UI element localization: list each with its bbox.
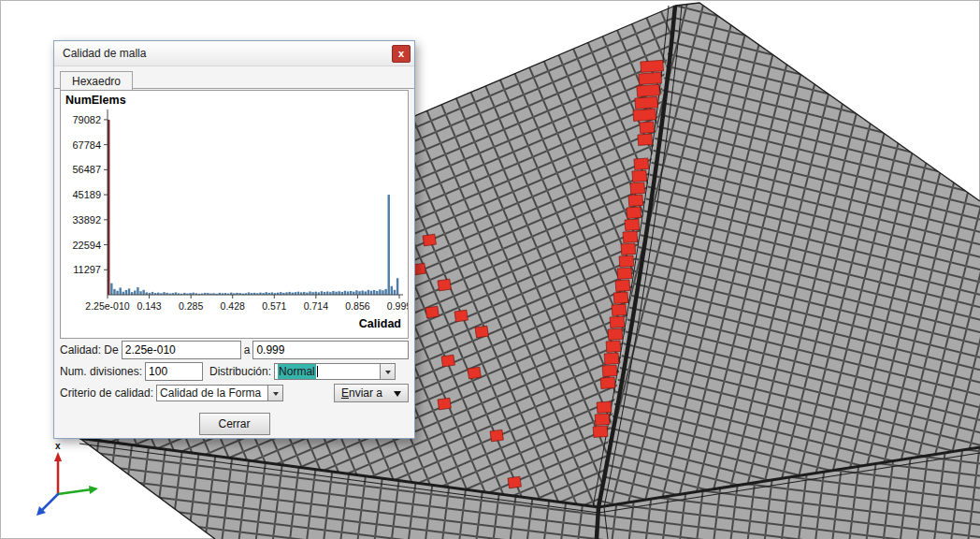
divisions-label: Num. divisiones: — [60, 365, 142, 378]
quality-histogram: NumElems 7908267784564874518933892225941… — [61, 91, 408, 336]
svg-text:0.714: 0.714 — [304, 300, 328, 312]
axis-x-label: x — [55, 441, 61, 451]
quality-from-input[interactable] — [122, 341, 241, 359]
criterion-combobox[interactable]: Calidad de la Forma — [156, 385, 283, 401]
divisions-row: Num. divisiones: Distribución: Normal — [60, 362, 409, 381]
send-to-menu-arrow-icon — [394, 391, 401, 401]
send-to-label: Enviar a — [341, 386, 382, 400]
close-dialog-button[interactable]: Cerrar — [199, 413, 270, 435]
axes-triad: x — [36, 441, 98, 516]
distribution-combobox[interactable]: Normal — [274, 363, 396, 380]
quality-histogram-panel: NumElems 7908267784564874518933892225941… — [60, 90, 409, 339]
dialog-title: Calidad de malla — [63, 47, 146, 60]
criterion-row: Criterio de calidad: Calidad de la Forma… — [60, 384, 409, 402]
svg-text:45189: 45189 — [72, 189, 101, 200]
svg-text:11297: 11297 — [73, 264, 101, 275]
svg-text:79082: 79082 — [72, 114, 101, 125]
dialog-titlebar[interactable]: Calidad de malla x — [54, 41, 414, 66]
svg-text:0.571: 0.571 — [262, 300, 286, 312]
svg-text:0.428: 0.428 — [221, 300, 245, 312]
divisions-input[interactable] — [145, 362, 203, 381]
criterion-dropdown-arrow-icon[interactable] — [268, 385, 283, 401]
app-window: x Calidad de malla x Hexaedro NumElems 7… — [0, 0, 980, 539]
svg-text:33892: 33892 — [72, 214, 101, 226]
quality-from-label: Calidad: De — [60, 343, 119, 357]
svg-text:0.999: 0.999 — [387, 300, 408, 312]
quality-to-input[interactable] — [252, 341, 409, 359]
distribution-value[interactable]: Normal — [278, 364, 316, 379]
svg-text:22594: 22594 — [72, 240, 101, 251]
tab-hexaedro[interactable]: Hexaedro — [60, 71, 133, 91]
distribution-dropdown-arrow-icon[interactable] — [381, 363, 396, 380]
y-axis-title: NumElems — [65, 94, 126, 107]
svg-text:56487: 56487 — [72, 164, 101, 175]
distribution-label: Distribución: — [209, 365, 271, 378]
svg-text:0.285: 0.285 — [179, 300, 203, 312]
text-caret — [317, 366, 318, 377]
mesh-quality-dialog: Calidad de malla x Hexaedro NumElems 790… — [53, 40, 415, 439]
criterion-label: Criterio de calidad: — [60, 386, 153, 400]
button-row: Cerrar — [60, 413, 409, 435]
x-axis-title: Calidad — [359, 317, 401, 330]
quality-to-label: a — [244, 343, 251, 357]
svg-text:0.143: 0.143 — [137, 300, 161, 312]
svg-text:2.25e-010: 2.25e-010 — [85, 300, 129, 312]
dialog-form: Calidad: De a Num. divisiones: Distribuc… — [60, 341, 409, 435]
tab-bar: Hexaedro — [54, 66, 414, 89]
quality-range-row: Calidad: De a — [60, 341, 409, 359]
close-button[interactable]: x — [392, 45, 411, 63]
svg-text:67784: 67784 — [72, 139, 101, 151]
send-to-button[interactable]: Enviar a — [334, 384, 409, 402]
criterion-value[interactable]: Calidad de la Forma — [160, 386, 261, 401]
svg-text:0.856: 0.856 — [345, 300, 369, 312]
